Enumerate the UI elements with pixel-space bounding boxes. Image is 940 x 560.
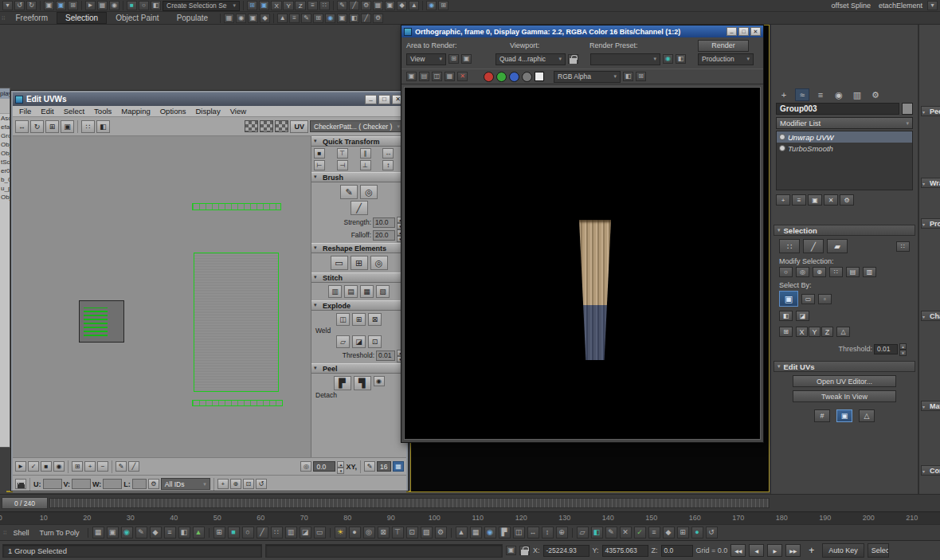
curve-editor-icon[interactable] xyxy=(337,1,347,10)
checker-pattern-icon[interactable] xyxy=(260,120,273,132)
rotate-angle-spinner[interactable] xyxy=(337,461,344,472)
toolbar-icon[interactable] xyxy=(591,527,603,538)
scene-explorer-item[interactable]: er01 xyxy=(0,166,10,175)
menu-item[interactable]: Edit xyxy=(36,106,58,116)
scene-explorer-item[interactable]: Obje xyxy=(0,149,10,158)
plus-grid-icon[interactable] xyxy=(779,327,793,337)
grow-selection-icon[interactable] xyxy=(72,461,83,472)
toolbar-icon[interactable] xyxy=(691,527,703,538)
toolbar-icon[interactable] xyxy=(499,527,511,538)
tab-modify-icon[interactable] xyxy=(796,89,809,100)
rollout-quick-transform[interactable]: Quick Transform xyxy=(311,136,406,147)
mirror-icon[interactable] xyxy=(81,120,95,133)
uv-edit-mode-icon[interactable] xyxy=(836,409,852,422)
time-slider-handle[interactable]: 0 / 240 xyxy=(2,497,48,509)
rollout-header-clipped[interactable]: Wrap xyxy=(921,178,940,188)
create-selection-set-combo[interactable]: Create Selection Se xyxy=(163,1,240,11)
monochrome-channel-icon[interactable] xyxy=(522,72,532,82)
align-right-icon[interactable] xyxy=(337,160,348,170)
go-to-start-button[interactable] xyxy=(730,544,746,557)
edge-subobject-icon[interactable] xyxy=(803,239,824,253)
toolbar-icon[interactable] xyxy=(706,527,718,538)
axis-constraint-button[interactable]: Y xyxy=(283,1,294,10)
relax-icon[interactable] xyxy=(351,256,368,270)
modifier-stack-entry[interactable]: TurboSmooth xyxy=(777,143,912,154)
grid-size-field[interactable]: 16 xyxy=(377,461,391,472)
window-crossing-icon[interactable] xyxy=(127,1,137,10)
shrink-selection-icon[interactable] xyxy=(97,461,108,472)
toolbar-icon[interactable] xyxy=(556,527,568,538)
paint-select-icon[interactable] xyxy=(863,267,876,277)
pattern-dots-icon[interactable] xyxy=(275,120,288,132)
toolbar-icon[interactable] xyxy=(314,527,326,538)
toolbar-icon[interactable] xyxy=(634,527,646,538)
object-color-swatch[interactable] xyxy=(902,103,913,115)
lock-selection-icon[interactable] xyxy=(519,546,530,555)
threshold-field[interactable]: 0.01 xyxy=(376,350,395,361)
stitch-source-icon[interactable] xyxy=(344,285,358,298)
toolbar-label-offset-spline[interactable]: offset Spline xyxy=(832,2,871,10)
paint-move-brush-icon[interactable] xyxy=(340,185,358,199)
toolbar-icon[interactable] xyxy=(349,14,359,23)
strength-field[interactable]: 10.0 xyxy=(373,217,395,228)
toolbar-icon[interactable] xyxy=(242,527,254,538)
select-mode-icon[interactable] xyxy=(15,461,26,472)
toolbar-icon[interactable] xyxy=(421,527,433,538)
toolbar-icon[interactable] xyxy=(107,527,119,538)
select-circle-icon[interactable] xyxy=(109,1,119,10)
play-button[interactable] xyxy=(767,544,782,557)
scale-icon[interactable] xyxy=(45,120,59,133)
viewport-dropdown[interactable]: Quad 4...raphic xyxy=(495,53,566,65)
align-to-view-icon[interactable] xyxy=(836,327,850,337)
axis-select-button[interactable]: Z xyxy=(821,327,833,337)
toolbar-icon[interactable] xyxy=(435,527,447,538)
set-key-button-clipped[interactable]: Selec xyxy=(868,543,889,558)
tab-display-icon[interactable] xyxy=(851,89,864,100)
toolbar-icon[interactable] xyxy=(392,527,404,538)
planar-angle-icon[interactable] xyxy=(801,294,815,304)
red-channel-icon[interactable] xyxy=(484,72,494,82)
spinner-snap-icon[interactable] xyxy=(260,14,270,23)
toolbar-icon[interactable] xyxy=(271,527,283,538)
pan-navigation-icon[interactable] xyxy=(804,543,819,558)
ribbon-grip[interactable] xyxy=(2,14,5,22)
toolbar-icon[interactable] xyxy=(438,1,448,10)
toolbar-icon[interactable] xyxy=(527,527,539,538)
auto-region-icon[interactable] xyxy=(461,54,472,64)
menu-item[interactable]: Display xyxy=(190,106,225,116)
clone-window-icon[interactable] xyxy=(432,72,442,81)
configure-modifier-sets-icon[interactable] xyxy=(840,194,854,206)
scene-explorer-item[interactable]: efau xyxy=(0,123,10,131)
rotate-icon[interactable] xyxy=(30,120,44,133)
toolbar-icon[interactable] xyxy=(178,527,190,538)
align-selected-icon[interactable] xyxy=(314,148,325,159)
auto-key-button[interactable]: Auto Key xyxy=(822,543,864,558)
select-by-element-icon[interactable] xyxy=(779,291,798,307)
scene-explorer-item[interactable]: Grou xyxy=(0,131,10,140)
scene-explorer-item[interactable]: Asce xyxy=(0,114,10,123)
select-lasso-icon[interactable] xyxy=(139,1,149,10)
shrink-icon[interactable] xyxy=(813,267,826,277)
paint-select-icon[interactable] xyxy=(151,1,161,10)
rollout-header-clipped[interactable]: Proje xyxy=(921,218,940,229)
select-by-smoothing-icon[interactable] xyxy=(779,311,793,321)
production-mode-dropdown[interactable]: Production xyxy=(698,53,754,65)
uv-canvas[interactable] xyxy=(13,136,311,457)
render-button[interactable]: Render xyxy=(698,40,749,52)
ring-icon[interactable] xyxy=(846,267,860,277)
zoom-extents-icon[interactable] xyxy=(256,479,267,489)
align-vertical-icon[interactable] xyxy=(360,148,371,159)
toolbar-icon[interactable] xyxy=(257,527,268,538)
render-preset-dropdown[interactable] xyxy=(590,53,660,65)
go-to-end-button[interactable] xyxy=(785,544,801,557)
move-icon[interactable] xyxy=(15,120,29,133)
toolbar-icon[interactable] xyxy=(363,527,375,538)
rollout-header-clipped[interactable]: Peel xyxy=(921,106,940,116)
toolbar-icon[interactable] xyxy=(620,527,632,538)
show-end-result-icon[interactable] xyxy=(792,194,806,206)
object-name-field[interactable]: Group003 xyxy=(776,103,899,115)
toolbar-icon[interactable] xyxy=(164,527,176,538)
options-icon[interactable] xyxy=(148,479,159,489)
texture-list-dropdown[interactable]: CheckerPatt... ( Checker ) xyxy=(310,120,404,132)
pelt-map-icon[interactable] xyxy=(374,376,385,386)
